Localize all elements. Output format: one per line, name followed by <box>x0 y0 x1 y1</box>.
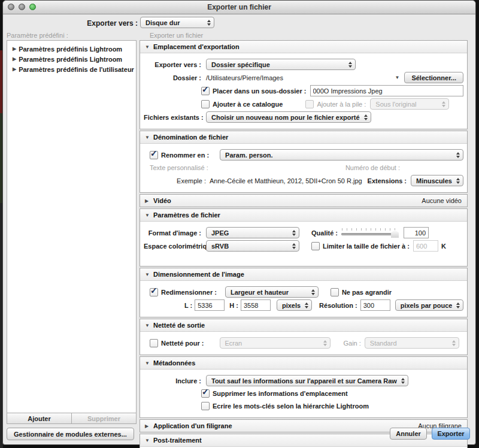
no-enlarge-checkbox[interactable] <box>331 288 339 296</box>
export-button[interactable]: Exporter <box>432 428 470 440</box>
panel-header-label: Exporter un fichier <box>150 32 203 39</box>
disclosure-right-icon[interactable]: ▶ <box>145 423 153 429</box>
resolution-label: Résolution : <box>319 302 357 309</box>
popup-arrows-icon <box>292 243 296 249</box>
resize-checkbox[interactable]: ✓ <box>150 288 158 296</box>
zoom-button-icon[interactable] <box>29 4 36 10</box>
close-button-icon[interactable] <box>8 4 14 10</box>
add-to-stack-value: Sous l'original <box>375 101 438 108</box>
section-body: ✓ Renommer en : Param. person. Texte per… <box>140 144 467 192</box>
popup-arrows-icon <box>452 340 456 346</box>
section-header-video[interactable]: ▶ Vidéo Aucune vidéo <box>140 195 467 207</box>
section-title: Emplacement d'exportation <box>153 43 240 50</box>
section-header-export-location[interactable]: ▼ Emplacement d'exportation <box>140 41 467 53</box>
remove-location-checkbox[interactable]: ✓ <box>201 389 210 398</box>
include-select[interactable]: Tout sauf les informations sur l'apparei… <box>206 375 408 386</box>
section-video: ▶ Vidéo Aucune vidéo <box>140 194 468 207</box>
slider-thumb[interactable] <box>391 230 399 238</box>
resize-mode-select[interactable]: Largeur et hauteur <box>225 286 319 298</box>
dimensions-row: L : H : pixels Résolution : pixels par p… <box>144 299 463 311</box>
section-header-image-sizing[interactable]: ▼ Dimensionnement de l'image <box>140 268 467 281</box>
disclosure-right-icon[interactable]: ▶ <box>13 46 16 52</box>
sharpen-amount-label: Gain : <box>344 340 361 347</box>
folder-menu-triangle-icon[interactable]: ▼ <box>395 75 399 80</box>
folder-row: Dossier : /Utilisateurs/Pierre/Images ▼ … <box>144 72 463 83</box>
example-filename: Anne-Cécile et Matthieun, 2012, 5DII+Cro… <box>210 177 362 184</box>
rename-row: ✓ Renommer en : Param. person. <box>144 149 463 161</box>
disclosure-right-icon[interactable]: ▶ <box>145 198 153 204</box>
colorspace-row: Espace colorimétrique : sRVB Limiter la … <box>144 240 463 252</box>
image-format-select[interactable]: JPEG <box>206 227 299 238</box>
write-keywords-label: Ecrire les mots-clés selon la hiérarchie… <box>213 402 369 410</box>
popup-arrows-icon <box>323 340 327 346</box>
popup-arrows-icon <box>456 152 460 158</box>
disclosure-down-icon[interactable]: ▼ <box>145 213 153 218</box>
dimension-unit-select[interactable]: pixels <box>277 299 312 311</box>
plugin-manager-button[interactable]: Gestionnaire de modules externes... <box>7 428 134 440</box>
preset-buttons: Ajouter Supprimer <box>7 413 136 423</box>
window-title: Exporter un fichier <box>207 3 271 11</box>
quality-label: Qualité : <box>311 229 338 237</box>
sharpen-amount-value: Standard <box>370 340 448 347</box>
remove-preset-button[interactable]: Supprimer <box>71 413 136 423</box>
rename-label: Renommer en : <box>161 152 209 159</box>
preset-list[interactable]: ▶ Paramètres prédéfinis Lightroom ▶ Para… <box>7 41 136 413</box>
start-number-label: Numéro de début : <box>345 164 400 171</box>
quality-input[interactable] <box>404 227 429 238</box>
quality-slider[interactable] <box>341 228 398 238</box>
title-bar[interactable]: Exporter un fichier <box>3 1 475 14</box>
folder-select-button[interactable]: Sélectionner... <box>404 72 463 83</box>
rename-checkbox[interactable]: ✓ <box>150 151 158 159</box>
subfolder-input[interactable] <box>310 85 464 96</box>
write-keywords-checkbox[interactable] <box>201 402 210 410</box>
disclosure-down-icon[interactable]: ▼ <box>145 272 153 277</box>
section-metadata: ▼ Métadonnées Inclure : Tout sauf les in… <box>140 356 468 418</box>
sharpen-checkbox[interactable] <box>150 339 158 347</box>
disclosure-down-icon[interactable]: ▼ <box>145 438 153 443</box>
preset-group-lightroom-1[interactable]: ▶ Paramètres prédéfinis Lightroom <box>7 44 136 54</box>
limit-size-checkbox[interactable] <box>311 242 320 250</box>
resolution-unit-select[interactable]: pixels par pouce <box>395 299 464 311</box>
section-title: Netteté de sortie <box>153 322 205 329</box>
disclosure-right-icon[interactable]: ▶ <box>13 66 16 72</box>
colorspace-select[interactable]: sRVB <box>206 240 299 252</box>
section-body: Inclure : Tout sauf les informations sur… <box>140 370 467 417</box>
disclosure-right-icon[interactable]: ▶ <box>13 56 16 62</box>
folder-label: Dossier : <box>144 74 201 81</box>
disclosure-down-icon[interactable]: ▼ <box>145 361 153 366</box>
preset-sidebar: ▶ Paramètres prédéfinis Lightroom ▶ Para… <box>7 40 137 424</box>
preset-group-lightroom-2[interactable]: ▶ Paramètres prédéfinis Lightroom <box>7 54 136 64</box>
disclosure-down-icon[interactable]: ▼ <box>145 135 153 140</box>
section-title: Paramètres de fichier <box>153 211 220 219</box>
section-header-output-sharpening[interactable]: ▼ Netteté de sortie <box>140 319 467 332</box>
resolution-input[interactable] <box>360 299 390 311</box>
image-format-label: Format d'image : <box>144 229 201 237</box>
limit-size-input <box>413 240 438 252</box>
section-header-metadata[interactable]: ▼ Métadonnées <box>140 357 467 370</box>
export-destination-select[interactable]: Disque dur <box>140 17 214 28</box>
width-input[interactable] <box>195 299 225 311</box>
minimize-button-icon[interactable] <box>19 4 25 10</box>
section-title: Vidéo <box>153 197 171 204</box>
height-input[interactable] <box>241 299 271 311</box>
custom-text-row: Texte personnalisé : Numéro de début : <box>144 162 463 173</box>
existing-files-select[interactable]: Choisir un nouveau nom pour le fichier e… <box>206 111 371 123</box>
export-to-folder-select[interactable]: Dossier spécifique <box>206 59 356 70</box>
preset-group-user[interactable]: ▶ Paramètres prédéfinis de l'utilisateur <box>7 64 136 74</box>
extensions-select[interactable]: Minuscules <box>411 175 463 186</box>
disclosure-down-icon[interactable]: ▼ <box>145 44 153 50</box>
rename-template-select[interactable]: Param. person. <box>220 149 463 161</box>
disclosure-down-icon[interactable]: ▼ <box>145 323 153 328</box>
section-header-file-settings[interactable]: ▼ Paramètres de fichier <box>140 209 467 222</box>
add-to-stack-select: Sous l'original <box>370 98 449 110</box>
add-preset-button[interactable]: Ajouter <box>7 413 71 423</box>
export-to-row: Exporter vers : Dossier spécifique <box>144 59 463 70</box>
cancel-button[interactable]: Annuler <box>390 428 427 440</box>
subfolder-row: ✓ Placer dans un sous-dossier : <box>144 85 463 96</box>
subfolder-checkbox[interactable]: ✓ <box>201 87 210 95</box>
dimension-unit-value: pixels <box>282 302 301 309</box>
section-header-file-naming[interactable]: ▼ Dénomination de fichier <box>140 131 467 144</box>
add-to-catalog-checkbox[interactable] <box>201 100 210 108</box>
check-icon: ✓ <box>202 388 209 396</box>
preset-group-label: Paramètres prédéfinis Lightroom <box>19 56 122 63</box>
